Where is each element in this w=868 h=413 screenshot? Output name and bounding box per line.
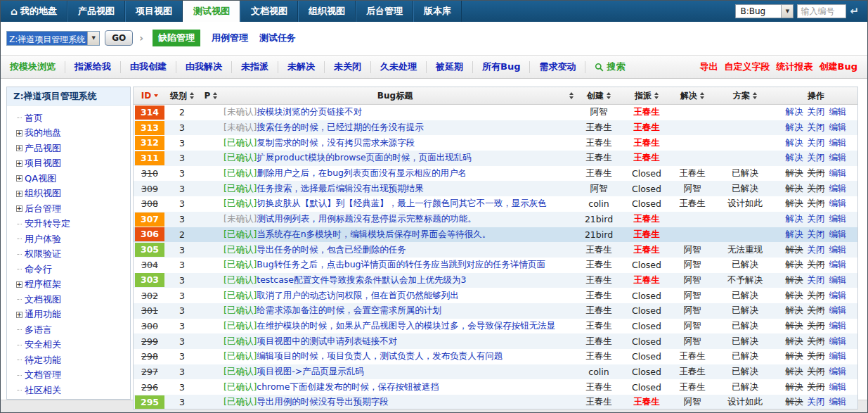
expand-plus-icon[interactable]: + bbox=[13, 175, 25, 182]
action-edit[interactable]: 编辑 bbox=[829, 122, 847, 132]
nav-tab[interactable]: 项目视图 bbox=[125, 1, 183, 22]
go-button[interactable]: GO bbox=[105, 30, 133, 46]
column-header[interactable]: 指派 bbox=[624, 90, 669, 102]
column-header[interactable]: 创建 bbox=[574, 90, 624, 102]
action-close[interactable]: 关闭 bbox=[808, 152, 825, 163]
bug-title-link[interactable]: 给需求添加备注的时候，会置空需求所属的计划 bbox=[257, 305, 441, 317]
toolbar-action-link[interactable]: 统计报表 bbox=[777, 61, 813, 73]
action-edit[interactable]: 编辑 bbox=[829, 259, 847, 269]
column-header[interactable]: 级别 bbox=[166, 90, 198, 102]
sidebar-tree-item[interactable]: 配置管理 bbox=[13, 398, 130, 400]
filter-tab[interactable]: 未关闭 bbox=[325, 61, 371, 73]
action-edit[interactable]: 编辑 bbox=[829, 106, 847, 117]
sidebar-tree-item[interactable]: 安全相关 bbox=[13, 338, 130, 353]
expand-plus-icon[interactable]: + bbox=[13, 281, 25, 288]
sidebar-tree-item[interactable]: +项目视图 bbox=[13, 156, 130, 172]
action-edit[interactable]: 编辑 bbox=[829, 396, 847, 407]
sidebar-tree-item[interactable]: +我的地盘 bbox=[13, 126, 130, 141]
bug-title-link[interactable]: 复制需求的时候，没有拷贝需求来源字段 bbox=[257, 137, 415, 149]
action-edit[interactable]: 编辑 bbox=[829, 305, 847, 315]
module-select[interactable]: B:Bug ▼ bbox=[735, 4, 793, 18]
action-edit[interactable]: 编辑 bbox=[829, 274, 847, 285]
action-edit[interactable]: 编辑 bbox=[829, 320, 847, 331]
action-edit[interactable]: 编辑 bbox=[829, 336, 847, 346]
expand-plus-icon[interactable]: + bbox=[13, 145, 25, 151]
action-edit[interactable]: 编辑 bbox=[829, 350, 847, 361]
filter-tab[interactable]: 未解决 bbox=[278, 61, 325, 73]
action-close[interactable]: 关闭 bbox=[808, 244, 825, 255]
action-close[interactable]: 关闭 bbox=[808, 106, 825, 117]
section-menu-item[interactable]: 用例管理 bbox=[212, 32, 248, 44]
section-menu-item[interactable]: 测试任务 bbox=[259, 32, 296, 44]
expand-plus-icon[interactable]: + bbox=[13, 312, 25, 318]
action-resolve[interactable]: 解决 bbox=[786, 152, 803, 163]
action-edit[interactable]: 编辑 bbox=[829, 167, 847, 178]
action-edit[interactable]: 编辑 bbox=[829, 290, 847, 300]
toolbar-action-link[interactable]: 自定义字段 bbox=[725, 61, 770, 73]
bug-title-link[interactable]: 扩展product模块的browse页面的时候，页面出现乱码 bbox=[257, 152, 471, 164]
column-header[interactable]: Bug标题 bbox=[224, 90, 574, 102]
sidebar-tree-item[interactable]: +产品视图 bbox=[13, 141, 130, 156]
sidebar-tree-item[interactable]: 待定功能 bbox=[13, 352, 130, 368]
action-edit[interactable]: 编辑 bbox=[829, 366, 847, 376]
sidebar-tree-item[interactable]: +组织视图 bbox=[13, 186, 130, 202]
nav-tab[interactable]: 测试视图 bbox=[183, 1, 240, 22]
column-header[interactable]: P bbox=[198, 91, 224, 101]
action-resolve[interactable]: 解决 bbox=[786, 122, 803, 132]
product-select[interactable]: Z:禅道项目管理系统 ▼ bbox=[6, 31, 100, 46]
action-edit[interactable]: 编辑 bbox=[829, 198, 847, 208]
sidebar-tree-item[interactable]: 首页 bbox=[13, 110, 130, 126]
filter-tab[interactable]: 按模块浏览 bbox=[1, 61, 65, 73]
bug-title-link[interactable]: testcase配置文件导致搜索条件默认会加上优先级为3 bbox=[257, 274, 466, 286]
action-resolve[interactable]: 解决 bbox=[786, 106, 803, 117]
action-resolve[interactable]: 解决 bbox=[786, 213, 803, 224]
nav-tab[interactable]: 后台管理 bbox=[356, 1, 413, 22]
sidebar-tree-item[interactable]: 多语言 bbox=[13, 322, 130, 338]
filter-tab[interactable]: 搜索 bbox=[585, 61, 634, 73]
sidebar-tree-item[interactable]: +通用功能 bbox=[13, 307, 130, 323]
action-edit[interactable]: 编辑 bbox=[829, 152, 847, 163]
sidebar-tree-item[interactable]: 社区相关 bbox=[13, 383, 130, 398]
filter-tab[interactable]: 所有Bug bbox=[473, 61, 530, 73]
filter-tab[interactable]: 由我解决 bbox=[176, 61, 232, 73]
sidebar-tree-item[interactable]: +后台管理 bbox=[13, 201, 130, 217]
sidebar-tree-item[interactable]: 命令行 bbox=[13, 262, 130, 277]
bug-title-link[interactable]: 搜索任务的时候，已经过期的任务没有提示 bbox=[257, 122, 424, 134]
filter-tab[interactable]: 由我创建 bbox=[121, 61, 176, 73]
action-edit[interactable]: 编辑 bbox=[829, 137, 847, 148]
action-close[interactable]: 关闭 bbox=[808, 396, 825, 407]
bug-title-link[interactable]: 任务搜索，选择最后编辑没有出现预期结果 bbox=[257, 183, 424, 195]
column-header[interactable]: 方案 bbox=[715, 90, 775, 102]
action-edit[interactable]: 编辑 bbox=[829, 381, 847, 392]
toolbar-action-link[interactable]: 导出 bbox=[700, 61, 718, 73]
bug-title-link[interactable]: 导出任务的时候，包含已经删除的任务 bbox=[257, 244, 406, 256]
toolbar-action-link[interactable]: 创建Bug bbox=[820, 61, 857, 73]
action-close[interactable]: 关闭 bbox=[808, 213, 825, 224]
column-header[interactable]: ID bbox=[134, 91, 166, 101]
sidebar-tree-item[interactable]: +程序框架 bbox=[13, 277, 130, 293]
action-edit[interactable]: 编辑 bbox=[829, 229, 847, 239]
expand-plus-icon[interactable]: + bbox=[13, 205, 25, 212]
bug-title-link[interactable]: Bug转任务之后，点击bug详情页面的转任务应当跳到对应的任务详情页面 bbox=[257, 259, 545, 271]
bug-title-link[interactable]: 切换皮肤从【默认】到【经典蓝】，最上一行颜色同其它不一致，显示灰色 bbox=[257, 198, 547, 210]
bug-title-link[interactable]: 项目视图中的测试申请列表链接不对 bbox=[257, 336, 397, 348]
action-resolve[interactable]: 解决 bbox=[786, 229, 803, 239]
nav-tab[interactable]: ⌂我的地盘 bbox=[1, 1, 67, 22]
bug-title-link[interactable]: 当系统存在n多模块时，编辑模块后保存时界面会等待很久。 bbox=[257, 229, 491, 241]
bug-title-link[interactable]: chrome下面创建发布的时候，保存按钮被遮挡 bbox=[257, 381, 439, 393]
sidebar-tree-item[interactable]: 文档管理 bbox=[13, 368, 130, 383]
action-edit[interactable]: 编辑 bbox=[829, 213, 847, 224]
filter-tab[interactable]: 未指派 bbox=[232, 61, 278, 73]
bug-title-link[interactable]: 编辑项目的时候，项目负责人，测试负责人，发布负责人有问题 bbox=[257, 350, 503, 362]
action-close[interactable]: 关闭 bbox=[808, 137, 825, 148]
sidebar-tree-item[interactable]: 安升转导定 bbox=[13, 217, 130, 232]
action-edit[interactable]: 编辑 bbox=[829, 244, 847, 255]
sidebar-tree-item[interactable]: 权限验证 bbox=[13, 247, 130, 262]
filter-tab[interactable]: 指派给我 bbox=[65, 61, 121, 73]
action-close[interactable]: 关闭 bbox=[808, 122, 825, 132]
expand-plus-icon[interactable]: + bbox=[13, 191, 25, 197]
filter-tab[interactable]: 久未处理 bbox=[371, 61, 427, 73]
action-close[interactable]: 关闭 bbox=[808, 274, 825, 285]
action-resolve[interactable]: 解决 bbox=[786, 137, 803, 148]
bug-title-link[interactable]: 在维护模块的时候，如果从产品视图导入的模块过多，会导致保存按钮无法显 bbox=[257, 320, 555, 332]
